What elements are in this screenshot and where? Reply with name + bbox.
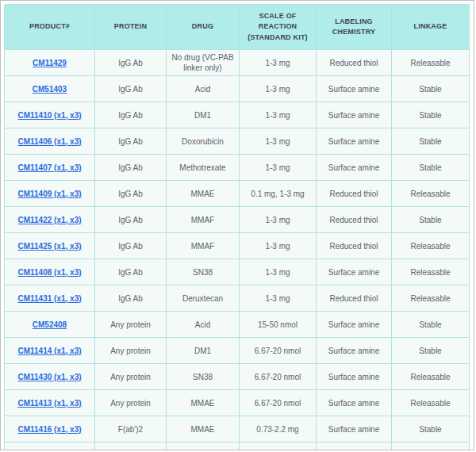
cell-linkage: Releasable [392,442,470,451]
cell-drug: MMAE [167,416,240,442]
cell-drug: Acid [167,76,240,102]
product-link[interactable]: CM51403 [33,85,67,94]
cell-labeling-chemistry: Surface amine [317,390,392,416]
cell-product: CM11422 (x1, x3) [5,207,95,233]
product-link[interactable]: CM11407 (x1, x3) [17,163,81,172]
cell-scale: 1-3 mg [240,76,317,102]
product-link[interactable]: CM11406 (x1, x3) [17,137,81,146]
cell-linkage: Stable [392,338,470,364]
cell-drug: Acid [167,312,240,338]
cell-protein: Any protein [95,312,167,338]
cell-linkage: Releasable [392,285,470,312]
cell-protein: IgG Ab [95,128,167,155]
cell-scale: 6.67-20 nmol [240,364,317,390]
product-link[interactable]: CM11422 (x1, x3) [17,216,81,224]
cell-scale: 0.73-2.2 mg [240,416,317,442]
cell-labeling-chemistry: Reduced thiol [317,181,392,207]
product-link[interactable]: CM11425 (x1, x3) [17,242,81,251]
cell-scale: 1-3 mg [240,285,317,312]
cell-linkage: Stable [392,416,470,442]
cell-drug: SN38 [167,259,240,285]
cell-linkage: Releasable [392,233,470,259]
cell-labeling-chemistry: Surface amine [317,259,392,285]
cell-scale: 6.67-20 nmol [240,390,317,416]
product-link[interactable]: CM11414 (x1, x3) [17,347,81,355]
table-row: CM11429IgG AbNo drug (VC-PAB linker only… [5,50,470,76]
cell-labeling-chemistry: Surface amine [317,102,392,128]
cell-drug: Methotrexate [167,155,240,181]
table-row: CM11413 (x1, x3)Any proteinMMAE6.67-20 n… [5,390,470,416]
table-header: PRODUCT# PROTEIN DRUG SCALE OF REACTION … [5,5,470,50]
table-row: CM11422 (x1, x3)IgG AbMMAF1-3 mgReduced … [5,207,470,233]
cell-drug: Deruxtecan [167,285,240,312]
product-link[interactable]: CM11408 (x1, x3) [17,268,81,277]
cell-scale: 1-3 mg [240,50,317,76]
table-body: CM11429IgG AbNo drug (VC-PAB linker only… [5,50,470,451]
column-header-drug: DRUG [167,5,240,50]
cell-protein: Any protein [95,364,167,390]
cell-labeling-chemistry: Surface amine [317,128,392,155]
cell-drug: MMAF [167,233,240,259]
cell-product: CM52408 [5,312,95,338]
product-link[interactable]: CM11431 (x1, x3) [17,294,81,303]
cell-labeling-chemistry: Reduced thiol [317,233,392,259]
product-link[interactable]: CM11429 [33,59,67,67]
cell-labeling-chemistry: Surface amine [317,338,392,364]
cell-product: CM11430 (x1, x3) [5,364,95,390]
table-row: CM11414 (x1, x3)Any proteinDM16.67-20 nm… [5,338,470,364]
table-row: CM11408 (x1, x3)IgG AbSN381-3 mgSurface … [5,259,470,285]
table-row: CM11407 (x1, x3)IgG AbMethotrexate1-3 mg… [5,155,470,181]
product-link[interactable]: CM52408 [33,320,67,329]
cell-protein: Any protein [95,390,167,416]
product-link[interactable]: CM11409 (x1, x3) [17,190,81,198]
cell-scale: 1-3 mg [240,102,317,128]
cell-drug: DM1 [167,102,240,128]
cell-scale: 1-3 mg [240,233,317,259]
cell-scale: 0.1 mg, 1-3 mg [240,181,317,207]
column-header-scale: SCALE OF REACTION (STANDARD KIT) [240,5,317,50]
cell-scale: 6.67-20 nmol [240,338,317,364]
cell-linkage: Releasable [392,181,470,207]
table-row: CM11410 (x1, x3)IgG AbDM11-3 mgSurface a… [5,102,470,128]
cell-labeling-chemistry: Surface amine [317,76,392,102]
cell-protein: IgG Ab [95,155,167,181]
cell-product: CM11406 (x1, x3) [5,128,95,155]
cell-drug: Doxorubicin [167,128,240,155]
cell-drug: SN38 [167,364,240,390]
table-row: CM11425 (x1, x3)IgG AbMMAF1-3 mgReduced … [5,233,470,259]
cell-product: CM11407 (x1, x3) [5,155,95,181]
cell-product: CM11425 (x1, x3) [5,233,95,259]
cell-product: CM11429 [5,50,95,76]
cell-linkage: Stable [392,207,470,233]
table-row: CM11431 (x1, x3)IgG AbDeruxtecan1-3 mgRe… [5,285,470,312]
cell-scale: 1-3 mg [240,259,317,285]
cell-drug: MMAE [167,390,240,416]
cell-product: CM11413 (x1, x3) [5,390,95,416]
cell-labeling-chemistry: Surface amine [317,312,392,338]
cell-protein: IgG Ab [95,181,167,207]
table-row: CM11419 (x1, x3)F(ab')2DM10.73-2.2 mgRed… [5,442,470,451]
header-row: PRODUCT# PROTEIN DRUG SCALE OF REACTION … [5,5,470,50]
cell-linkage: Stable [392,155,470,181]
cell-protein: IgG Ab [95,207,167,233]
cell-labeling-chemistry: Surface amine [317,364,392,390]
cell-product: CM51403 [5,76,95,102]
cell-linkage: Stable [392,128,470,155]
product-link[interactable]: CM11416 (x1, x3) [17,425,81,434]
cell-protein: IgG Ab [95,50,167,76]
cell-protein: IgG Ab [95,233,167,259]
product-link[interactable]: CM11410 (x1, x3) [17,111,81,120]
product-link[interactable]: CM11430 (x1, x3) [17,373,81,381]
cell-linkage: Releasable [392,390,470,416]
cell-linkage: Releasable [392,364,470,390]
product-link[interactable]: CM11413 (x1, x3) [17,399,81,408]
cell-labeling-chemistry: Surface amine [317,155,392,181]
column-header-protein: PROTEIN [95,5,167,50]
table-row: CM11430 (x1, x3)Any proteinSN386.67-20 n… [5,364,470,390]
cell-linkage: Stable [392,102,470,128]
cell-drug: MMAF [167,207,240,233]
cell-drug: No drug (VC-PAB linker only) [167,50,240,76]
cell-product: CM11408 (x1, x3) [5,259,95,285]
table-row: CM11406 (x1, x3)IgG AbDoxorubicin1-3 mgS… [5,128,470,155]
table-row: CM11416 (x1, x3)F(ab')2MMAE0.73-2.2 mgSu… [5,416,470,442]
